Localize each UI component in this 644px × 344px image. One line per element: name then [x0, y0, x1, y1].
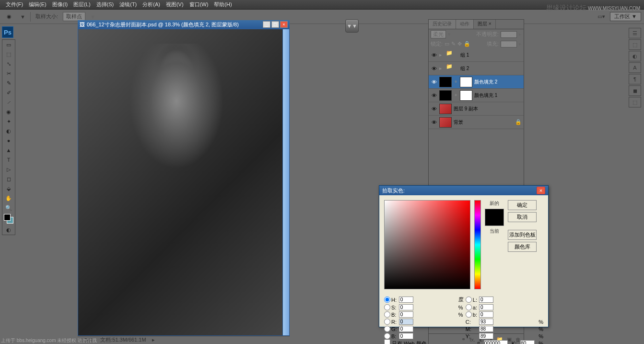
blend-mode[interactable]: 柔光	[431, 30, 446, 38]
a-radio[interactable]	[466, 304, 472, 310]
opacity-value[interactable]: 100%	[501, 31, 517, 38]
lock-transparent-icon[interactable]: ▭	[445, 41, 449, 47]
hex-input[interactable]	[484, 340, 508, 344]
b-input[interactable]	[399, 311, 413, 318]
expand-down-button[interactable]: ▼▼	[345, 19, 359, 33]
document-canvas[interactable]	[78, 29, 290, 336]
tool-0[interactable]: ▭	[2, 40, 15, 49]
quickmask-toggle[interactable]: ◐	[2, 225, 15, 235]
workspace-button[interactable]: 工作区 ▼	[610, 12, 641, 21]
tool-5[interactable]: ✐	[2, 88, 15, 97]
screen-mode-icon[interactable]: ▭▾	[597, 13, 605, 20]
tool-11[interactable]: ▲	[2, 145, 15, 155]
b-radio[interactable]	[384, 311, 390, 318]
tool-10[interactable]: ●	[2, 136, 15, 145]
l-radio[interactable]	[466, 297, 472, 303]
ok-button[interactable]: 确定	[508, 200, 537, 210]
visibility-icon[interactable]: 👁	[431, 65, 437, 72]
a-input[interactable]	[479, 304, 493, 310]
menu-item[interactable]: 滤镜(T)	[117, 1, 140, 8]
minimize-button[interactable]: _	[263, 21, 270, 28]
tool-4[interactable]: ✎	[2, 78, 15, 88]
visibility-icon[interactable]: 👁	[431, 106, 437, 112]
panel-tab[interactable]: 图层 ×	[474, 20, 496, 29]
tool-1[interactable]: ⬚	[2, 49, 15, 59]
layer-row[interactable]: 👁▸📁组 1	[429, 48, 524, 62]
r-input[interactable]	[399, 319, 413, 325]
tool-7[interactable]: ◉	[2, 107, 15, 117]
tool-8[interactable]: ✦	[2, 117, 15, 126]
menu-item[interactable]: 图层(L)	[70, 1, 93, 8]
m-input[interactable]	[479, 326, 493, 332]
menu-item[interactable]: 文件(F)	[3, 1, 26, 8]
g-radio[interactable]	[384, 326, 390, 332]
visibility-icon[interactable]: 👁	[431, 92, 437, 99]
cancel-button[interactable]: 取消	[508, 212, 537, 222]
menu-item[interactable]: 分析(A)	[140, 1, 163, 8]
b2-radio[interactable]	[466, 311, 472, 318]
lock-all-icon[interactable]: 🔒	[464, 41, 470, 47]
hue-slider[interactable]	[474, 200, 481, 289]
color-swatch[interactable]	[4, 214, 13, 224]
menu-item[interactable]: 图像(I)	[49, 1, 70, 8]
dock-icon-1[interactable]: ⬚	[629, 39, 641, 50]
maximize-button[interactable]: □	[271, 21, 279, 28]
color-lib-button[interactable]: 颜色库	[508, 242, 537, 252]
visibility-icon[interactable]: 👁	[431, 119, 437, 126]
layer-row[interactable]: 👁▸📁组 2	[429, 62, 524, 75]
web-only-checkbox[interactable]: 只有 Web 颜色	[384, 339, 427, 344]
layer-row[interactable]: 👁⚬颜色填充 2	[429, 75, 524, 89]
menu-item[interactable]: 编辑(E)	[26, 1, 49, 8]
y-input[interactable]	[479, 333, 493, 339]
b3-radio[interactable]	[384, 333, 390, 339]
color-field[interactable]	[384, 200, 470, 289]
r-radio[interactable]	[384, 319, 390, 325]
g-input[interactable]	[399, 326, 413, 332]
k-input[interactable]	[520, 340, 535, 344]
tool-13[interactable]: ▷	[2, 165, 15, 174]
tool-15[interactable]: ⬙	[2, 184, 15, 193]
s-input[interactable]	[399, 304, 413, 310]
status-arrow-icon[interactable]: ▸	[152, 337, 155, 343]
tool-16[interactable]: ✋	[2, 193, 15, 203]
lock-position-icon[interactable]: ✥	[457, 41, 462, 47]
menu-item[interactable]: 选择(S)	[94, 1, 117, 8]
h-input[interactable]	[399, 297, 413, 303]
dock-icon-3[interactable]: A	[629, 62, 641, 73]
tool-14[interactable]: ◻	[2, 174, 15, 184]
c-input[interactable]	[479, 319, 493, 325]
picker-titlebar[interactable]: 拾取实色: ×	[379, 186, 548, 195]
dock-icon-4[interactable]: ¶	[629, 74, 641, 84]
tool-6[interactable]: ⟋	[2, 97, 15, 107]
vertical-scrollbar[interactable]	[282, 29, 289, 335]
lock-pixels-icon[interactable]: ✎	[451, 41, 456, 47]
b2-input[interactable]	[479, 311, 493, 318]
picker-close-button[interactable]: ×	[537, 187, 545, 194]
close-button[interactable]: ×	[280, 21, 288, 28]
dock-icon-2[interactable]: ◐	[629, 51, 641, 61]
s-radio[interactable]	[384, 304, 390, 310]
layer-row[interactable]: 👁图层 9 副本	[429, 102, 524, 116]
menu-item[interactable]: 窗口(W)	[187, 1, 211, 8]
dock-icon-5[interactable]: ◼	[629, 85, 641, 96]
h-radio[interactable]	[384, 297, 390, 303]
layer-row[interactable]: 👁⚬颜色填充 1	[429, 89, 524, 102]
tool-2[interactable]: ⤡	[2, 59, 15, 69]
panel-tab[interactable]: 动作	[456, 20, 474, 29]
tool-17[interactable]: 🔍	[2, 203, 15, 213]
visibility-icon[interactable]: 👁	[431, 52, 437, 59]
dock-icon-0[interactable]: ☰	[629, 28, 641, 38]
l-input[interactable]	[479, 297, 493, 303]
tool-3[interactable]: ✂	[2, 69, 15, 78]
b3-input[interactable]	[399, 333, 413, 339]
document-titlebar[interactable]: 🖼 066_12寸杂志册封面副本.psd @ 18.3% (颜色填充 2, 图层…	[78, 20, 290, 29]
tool-9[interactable]: ◐	[2, 126, 15, 136]
fill-value[interactable]: 100%	[501, 41, 517, 47]
tool-12[interactable]: T	[2, 155, 15, 165]
add-swatch-button[interactable]: 添加到色板	[508, 230, 537, 240]
menu-item[interactable]: 视图(V)	[163, 1, 187, 8]
panel-tab[interactable]: 历史记录	[429, 20, 456, 29]
visibility-icon[interactable]: 👁	[431, 79, 437, 85]
dock-icon-6[interactable]: ⬚	[629, 97, 641, 107]
layer-row[interactable]: 👁背景🔒	[429, 116, 524, 129]
